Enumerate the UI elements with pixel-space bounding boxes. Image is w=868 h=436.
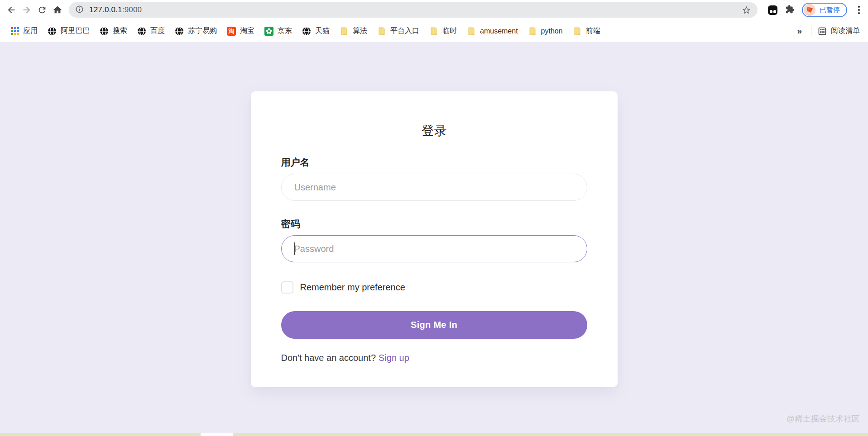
bookmark-label: amusement <box>480 27 518 35</box>
reading-list-label: 阅读清单 <box>831 26 860 36</box>
avatar <box>804 4 815 16</box>
bookmark-item-12[interactable]: amusement <box>463 25 522 38</box>
bookmark-item-8[interactable]: 天猫 <box>298 24 333 38</box>
bookmark-label: 百度 <box>150 26 165 36</box>
bookmark-label: 应用 <box>23 26 38 36</box>
bottom-strip <box>0 433 868 436</box>
bookmark-label: 苏宁易购 <box>188 26 217 36</box>
bookmark-label: 阿里巴巴 <box>61 26 90 36</box>
bookmarks-separator <box>811 26 811 36</box>
watermark: @稀土掘金技术社区 <box>786 413 860 424</box>
remember-row: Remember my preference <box>281 281 587 294</box>
puzzle-icon <box>785 5 795 14</box>
home-button[interactable] <box>50 2 65 18</box>
bookmark-label: 临时 <box>442 26 457 36</box>
globe-icon <box>175 27 184 36</box>
bookmark-item-11[interactable]: 临时 <box>426 24 460 38</box>
extension-button[interactable] <box>768 5 777 15</box>
folder-icon <box>573 27 582 36</box>
bookmark-item-13[interactable]: python <box>524 25 566 38</box>
profile-status-label: 已暂停 <box>820 6 840 14</box>
bookmark-label: python <box>541 27 563 35</box>
url-port: :9000 <box>122 5 142 14</box>
password-input[interactable] <box>281 235 587 262</box>
forward-icon <box>22 5 32 15</box>
bookmark-item-5[interactable]: 苏宁易购 <box>171 24 221 38</box>
url-host: 127.0.0.1 <box>89 5 122 14</box>
reload-button[interactable] <box>34 2 50 18</box>
text-caret <box>294 242 295 255</box>
remember-label: Remember my preference <box>300 282 405 293</box>
home-icon <box>53 5 62 15</box>
bookmark-label: 前端 <box>586 26 600 36</box>
extensions-menu-button[interactable] <box>785 5 795 16</box>
signup-row: Don't have an account?Sign up <box>281 353 587 363</box>
browser-menu-button[interactable] <box>854 4 863 16</box>
bookmarks-bar: 应用阿里巴巴搜索百度苏宁易购淘淘宝京东天猫算法平台入口临时amusementpy… <box>0 20 868 42</box>
globe-icon <box>302 27 311 36</box>
folder-icon <box>467 27 476 36</box>
page-title: 登录 <box>281 122 587 139</box>
username-input[interactable] <box>281 174 587 201</box>
bookmark-item-6[interactable]: 淘淘宝 <box>223 24 258 38</box>
profile-chip[interactable]: 已暂停 <box>802 3 847 17</box>
star-icon <box>742 5 751 15</box>
signup-prompt: Don't have an account? <box>281 353 376 363</box>
remember-checkbox[interactable] <box>281 281 293 294</box>
back-button[interactable] <box>4 2 19 18</box>
password-label: 密码 <box>281 218 587 230</box>
bookmark-item-1[interactable]: 应用 <box>7 24 41 38</box>
globe-icon <box>137 27 146 36</box>
username-label: 用户名 <box>281 156 587 169</box>
bookmark-label: 算法 <box>353 26 367 36</box>
url-text: 127.0.0.1:9000 <box>89 5 740 14</box>
bookmark-label: 天猫 <box>315 26 330 36</box>
bookmark-label: 京东 <box>278 26 292 36</box>
globe-icon <box>100 27 109 36</box>
bookmark-label: 平台入口 <box>390 26 419 36</box>
folder-icon <box>340 27 349 36</box>
forward-button[interactable] <box>19 2 34 18</box>
reading-list-icon <box>818 27 827 36</box>
globe-icon <box>48 27 57 36</box>
bookmarks-overflow-button[interactable]: » <box>792 26 806 36</box>
bookmark-item-3[interactable]: 搜索 <box>96 24 131 38</box>
bookmark-item-4[interactable]: 百度 <box>134 24 168 38</box>
site-info-icon[interactable] <box>75 5 84 15</box>
sign-in-button[interactable]: Sign Me In <box>281 311 587 339</box>
bookmark-item-2[interactable]: 阿里巴巴 <box>44 24 93 38</box>
page-content: 登录 用户名 密码 Remember my preference Sign Me… <box>0 42 868 433</box>
bookmark-label: 搜索 <box>113 26 127 36</box>
bookmark-item-14[interactable]: 前端 <box>569 24 604 38</box>
bookmark-item-7[interactable]: 京东 <box>261 24 296 38</box>
jd-icon <box>264 27 273 36</box>
bottom-strip-gap <box>201 433 233 436</box>
login-card: 登录 用户名 密码 Remember my preference Sign Me… <box>251 91 618 387</box>
taobao-icon: 淘 <box>227 27 236 36</box>
reload-icon <box>37 5 47 15</box>
bookmark-star-button[interactable] <box>740 4 752 16</box>
browser-window: 127.0.0.1:9000 已暂停 应用阿里巴巴搜索百度苏宁易购淘淘宝京东天猫… <box>0 0 868 436</box>
reading-list-button[interactable]: 阅读清单 <box>816 24 862 38</box>
bookmark-label: 淘宝 <box>240 26 254 36</box>
bookmark-item-9[interactable]: 算法 <box>336 24 371 38</box>
address-bar[interactable]: 127.0.0.1:9000 <box>69 2 758 18</box>
folder-icon <box>528 27 537 36</box>
apps-grid-icon <box>11 27 19 35</box>
folder-icon <box>377 27 386 36</box>
back-icon <box>6 5 16 15</box>
folder-icon <box>429 27 438 36</box>
browser-toolbar: 127.0.0.1:9000 已暂停 <box>0 0 868 20</box>
bookmark-item-10[interactable]: 平台入口 <box>374 24 423 38</box>
signup-link[interactable]: Sign up <box>379 353 409 363</box>
